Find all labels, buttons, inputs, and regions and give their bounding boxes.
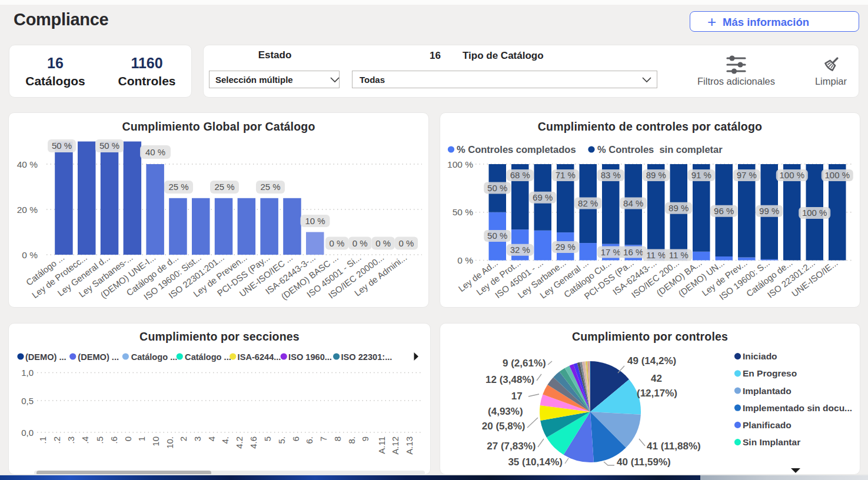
svg-text:100 %: 100 %	[802, 208, 827, 218]
svg-text:A.11: A.11	[377, 436, 387, 454]
svg-text:0: 0	[123, 436, 133, 441]
svg-text:.3: .3	[66, 436, 76, 444]
svg-text:50 %: 50 %	[487, 183, 507, 193]
svg-text:96 %: 96 %	[714, 206, 734, 216]
svg-text:83 %: 83 %	[601, 170, 621, 180]
svg-text:ISA-6244...: ISA-6244...	[238, 352, 281, 362]
svg-text:35 (10,14%): 35 (10,14%)	[508, 456, 563, 468]
svg-text:40 %: 40 %	[17, 159, 38, 169]
svg-text:71 %: 71 %	[556, 170, 576, 180]
svg-text:A.13: A.13	[404, 436, 414, 455]
svg-text:27 (7,83%): 27 (7,83%)	[487, 441, 536, 452]
svg-text:4: 4	[207, 436, 217, 441]
svg-text:2: 2	[178, 436, 188, 441]
svg-text:11 %: 11 %	[669, 250, 689, 260]
svg-text:50 %: 50 %	[99, 141, 119, 151]
svg-text:42: 42	[651, 373, 662, 384]
svg-text:5.: 5.	[277, 436, 287, 444]
svg-text:29 %: 29 %	[556, 242, 576, 252]
svg-text:Catálogo ...: Catálogo ...	[131, 352, 178, 362]
svg-text:En Progreso: En Progreso	[743, 368, 797, 378]
svg-text:0 %: 0 %	[398, 238, 414, 248]
svg-text:(DEMO) ...: (DEMO) ...	[25, 352, 66, 362]
svg-text:4.6: 4.6	[248, 436, 258, 449]
svg-text:91 %: 91 %	[691, 170, 711, 180]
svg-text:(4,93%): (4,93%)	[488, 406, 523, 417]
svg-text:(DEMO) ...: (DEMO) ...	[78, 352, 119, 362]
svg-text:49 (14,2%): 49 (14,2%)	[627, 355, 676, 366]
svg-text:Sin Implantar: Sin Implantar	[743, 437, 800, 447]
svg-text:ISO 1960...: ISO 1960...	[288, 352, 332, 362]
svg-text:20 (5,8%): 20 (5,8%)	[482, 421, 526, 432]
svg-text:69 %: 69 %	[533, 192, 553, 202]
svg-text:0 %: 0 %	[330, 238, 345, 248]
svg-text:3: 3	[192, 436, 202, 441]
svg-text:40 (11,59%): 40 (11,59%)	[617, 456, 671, 468]
svg-text:100 %: 100 %	[447, 159, 473, 169]
svg-text:0,0: 0,0	[21, 428, 34, 438]
svg-text:0 %: 0 %	[457, 255, 473, 265]
svg-text:17: 17	[511, 391, 523, 402]
svg-text:100 %: 100 %	[780, 170, 805, 180]
svg-text:4.2: 4.2	[234, 436, 244, 449]
svg-text:50 %: 50 %	[52, 141, 72, 151]
svg-text:89 %: 89 %	[646, 170, 666, 180]
svg-text:% Controles completados: % Controles completados	[457, 144, 576, 155]
svg-text:8: 8	[332, 436, 342, 441]
svg-text:8.: 8.	[347, 436, 357, 444]
svg-text:.6: .6	[109, 436, 119, 444]
svg-text:89 %: 89 %	[669, 203, 689, 213]
svg-text:.4: .4	[80, 436, 90, 444]
svg-text:17 %: 17 %	[601, 247, 621, 257]
svg-text:Implantado: Implantado	[743, 386, 791, 396]
svg-text:1,0: 1,0	[21, 368, 34, 378]
svg-text:50 %: 50 %	[487, 231, 507, 241]
svg-text:Planificado: Planificado	[743, 420, 791, 430]
svg-text:7: 7	[318, 436, 328, 441]
svg-text:20 %: 20 %	[17, 205, 38, 215]
svg-text:0 %: 0 %	[22, 250, 38, 260]
svg-text:11 %: 11 %	[646, 250, 666, 260]
svg-text:0 %: 0 %	[375, 238, 391, 248]
svg-text:5: 5	[262, 436, 272, 441]
svg-text:10 %: 10 %	[305, 216, 325, 226]
svg-text:99 %: 99 %	[759, 206, 779, 216]
svg-text:25 %: 25 %	[214, 182, 234, 192]
svg-text:0,5: 0,5	[21, 396, 34, 406]
svg-text:.2: .2	[52, 436, 62, 444]
svg-text:ISO 22301:...: ISO 22301:...	[341, 352, 393, 362]
svg-text:A.12: A.12	[390, 436, 400, 455]
svg-text:0 %: 0 %	[352, 238, 368, 248]
svg-text:6.: 6.	[304, 436, 314, 444]
svg-text:40 %: 40 %	[145, 147, 165, 157]
svg-text:41 (11,88%): 41 (11,88%)	[647, 441, 701, 452]
svg-text:1: 1	[137, 436, 147, 441]
svg-text:25 %: 25 %	[260, 182, 280, 192]
svg-text:84 %: 84 %	[623, 198, 643, 208]
svg-text:10.: 10.	[165, 436, 175, 449]
svg-text:.1: .1	[38, 436, 48, 444]
svg-text:4.: 4.	[220, 436, 230, 444]
svg-text:12 (3,48%): 12 (3,48%)	[485, 374, 534, 385]
svg-text:.5: .5	[95, 436, 105, 444]
svg-text:10: 10	[151, 436, 161, 446]
svg-text:9: 9	[360, 436, 370, 441]
svg-text:50 %: 50 %	[453, 207, 474, 217]
svg-text:100 %: 100 %	[825, 170, 850, 180]
svg-text:Catálogo ...: Catálogo ...	[185, 352, 231, 362]
svg-text:32 %: 32 %	[510, 245, 530, 255]
svg-text:9 (2,61%): 9 (2,61%)	[503, 358, 546, 369]
svg-text:97 %: 97 %	[737, 170, 757, 180]
svg-text:(12,17%): (12,17%)	[637, 388, 677, 399]
svg-text:68 %: 68 %	[510, 170, 530, 180]
svg-text:Implementado sin docu...: Implementado sin docu...	[743, 403, 852, 413]
svg-text:6: 6	[291, 436, 301, 441]
svg-text:% Controles sin completar: % Controles sin completar	[597, 144, 723, 155]
svg-text:Iniciado: Iniciado	[743, 351, 777, 361]
svg-text:25 %: 25 %	[168, 182, 188, 192]
svg-text:82 %: 82 %	[578, 198, 598, 208]
svg-text:16 %: 16 %	[623, 247, 643, 257]
